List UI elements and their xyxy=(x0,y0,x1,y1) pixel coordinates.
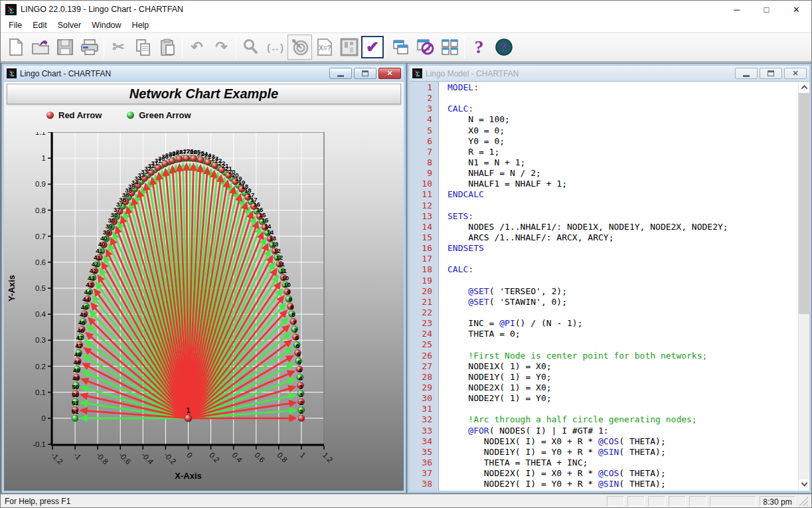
undo-button[interactable]: ↶ xyxy=(185,35,209,60)
lingo-logo-icon: ΣΣ xyxy=(7,68,17,78)
code-line[interactable]: INC = @PI() / (N - 1); xyxy=(447,318,798,329)
code-line[interactable]: R = 1; xyxy=(447,147,798,157)
solution-button[interactable]: X=? xyxy=(312,35,337,60)
code-line[interactable]: SETS: xyxy=(447,211,798,222)
code-line[interactable]: CALC: xyxy=(447,104,798,114)
cascade-windows-button[interactable] xyxy=(388,35,413,60)
code-line[interactable] xyxy=(447,93,798,104)
y-axis-title: Y-Axis xyxy=(7,275,17,301)
code-text-area[interactable]: MODEL:CALC: N = 100; X0 = 0; Y0 = 0; R =… xyxy=(439,82,798,491)
code-line[interactable]: @FOR( NODES( I) | I #GT# 1: xyxy=(447,426,798,436)
syntax-check-button[interactable]: ✔ xyxy=(361,36,384,58)
scrollbar-thumb[interactable] xyxy=(799,93,809,314)
code-line[interactable]: NODE1Y( 1) = Y0; xyxy=(447,372,798,382)
code-line[interactable]: Y0 = 0; xyxy=(447,136,798,147)
code-line[interactable]: ARCS /1..NHALF/: ARCX, ARCY; xyxy=(447,232,798,243)
model-close-button[interactable]: ✕ xyxy=(784,68,807,79)
solve-button[interactable] xyxy=(287,35,312,60)
code-line[interactable]: NODE2X( I) = X0 + R * @COS( THETA); xyxy=(447,468,798,479)
maximize-button[interactable]: □ xyxy=(752,1,781,18)
code-line[interactable] xyxy=(447,307,798,318)
print-button[interactable] xyxy=(77,35,102,60)
red-node[interactable] xyxy=(298,415,305,422)
code-line[interactable]: NHALF = N / 2; xyxy=(447,168,798,179)
code-line[interactable] xyxy=(447,404,798,414)
chart-close-button[interactable]: ✕ xyxy=(378,68,401,79)
node-label: 4 xyxy=(299,375,303,382)
center-node[interactable] xyxy=(185,414,192,422)
menu-edit[interactable]: Edit xyxy=(27,19,52,31)
code-line[interactable]: NODE2Y( 1) = Y0; xyxy=(447,393,798,404)
cut-button[interactable]: ✂ xyxy=(106,35,131,60)
code-line[interactable]: THETA = THETA + INC; xyxy=(447,458,798,468)
code-line[interactable]: N1 = N + 1; xyxy=(447,157,798,168)
model-minimize-button[interactable] xyxy=(735,68,758,79)
chart-minimize-button[interactable] xyxy=(329,68,352,79)
picture-icon xyxy=(340,38,359,56)
code-line[interactable]: NODES /1..NHALF1/: NODE1X, NODE1Y, NODE2… xyxy=(447,222,798,232)
chart-maximize-button[interactable] xyxy=(354,68,376,79)
open-file-button[interactable] xyxy=(28,35,52,60)
node-label: 7 xyxy=(294,327,297,334)
code-line[interactable] xyxy=(447,254,798,264)
redo-button[interactable]: ↷ xyxy=(209,35,234,60)
code-editor[interactable]: 1234567891011121314151617181920212223242… xyxy=(410,82,809,491)
code-line[interactable] xyxy=(447,339,798,350)
close-all-windows-button[interactable] xyxy=(413,35,438,60)
tile-windows-button[interactable] xyxy=(438,35,462,60)
find-button[interactable] xyxy=(238,35,263,60)
vertical-scrollbar[interactable] xyxy=(798,82,809,491)
close-button[interactable]: ✕ xyxy=(781,1,811,18)
code-line[interactable]: @SET( 'STAWIN', 0); xyxy=(447,297,798,307)
code-line[interactable]: NODE1Y( I) = Y0 + R * @SIN( THETA); xyxy=(447,447,798,458)
code-line[interactable]: X0 = 0; xyxy=(447,126,798,136)
red-node[interactable] xyxy=(183,155,190,161)
code-line[interactable]: ENDSETS xyxy=(447,243,798,254)
new-file-button[interactable] xyxy=(3,35,28,60)
model-window-title-bar[interactable]: ΣΣ Lingo Model - CHARTFAN ✕ xyxy=(410,66,809,82)
code-line[interactable]: N = 100; xyxy=(447,114,798,125)
code-line[interactable]: NHALF1 = NHALF + 1; xyxy=(447,179,798,189)
code-line[interactable] xyxy=(447,201,798,211)
menu-bar: File Edit Solver Window Help xyxy=(1,18,811,33)
save-button[interactable] xyxy=(52,35,77,60)
model-maximize-button[interactable] xyxy=(760,68,782,79)
picture-button[interactable] xyxy=(337,35,361,60)
paste-button[interactable] xyxy=(155,35,180,60)
code-line[interactable]: NODE1X( I) = X0 + R * @COS( THETA); xyxy=(447,436,798,447)
node-label: 21 xyxy=(225,165,232,172)
svg-text:?: ? xyxy=(500,41,507,54)
code-line[interactable]: NODE2Y( I) = Y0 + R * @SIN( THETA); xyxy=(447,479,798,489)
code-line[interactable]: @SET( 'TERSEO', 2); xyxy=(447,286,798,297)
green-node[interactable] xyxy=(72,415,78,422)
help-button[interactable]: ? xyxy=(467,35,491,60)
scroll-up-button[interactable] xyxy=(799,82,809,93)
main-title-bar: Σ Σ LINGO 22.0.139 - Lingo Chart - CHART… xyxy=(1,1,811,18)
menu-window[interactable]: Window xyxy=(86,19,126,31)
code-line[interactable]: NODE2X( 1) = X0; xyxy=(447,382,798,393)
menu-help[interactable]: Help xyxy=(127,19,155,31)
scroll-down-button[interactable] xyxy=(799,479,809,491)
menu-file[interactable]: File xyxy=(3,19,27,31)
code-line[interactable]: CALC: xyxy=(447,264,798,275)
menu-solver[interactable]: Solver xyxy=(52,19,86,31)
code-line[interactable]: !First Node is center point for both net… xyxy=(447,351,798,361)
node-label: 36 xyxy=(122,191,129,199)
code-line[interactable]: MODEL: xyxy=(447,82,798,93)
copy-button[interactable] xyxy=(131,35,155,60)
code-line[interactable]: NODE1X( 1) = X0; xyxy=(447,361,798,372)
code-line[interactable]: THETA = 0; xyxy=(447,329,798,339)
about-button[interactable]: ? xyxy=(491,35,516,60)
paste-icon xyxy=(159,39,177,56)
code-line[interactable] xyxy=(447,276,798,286)
minimize-button[interactable]: ─ xyxy=(722,1,752,18)
code-line[interactable]: ENDCALC xyxy=(447,189,798,200)
node-label: 28 xyxy=(176,148,183,155)
code-line[interactable]: !Arc through a half circle generating no… xyxy=(447,414,798,425)
match-parenthesis-button[interactable]: (↔) xyxy=(263,35,287,60)
line-number: 12 xyxy=(410,201,438,211)
red-node[interactable] xyxy=(176,155,183,162)
red-node[interactable] xyxy=(191,155,197,162)
chart-window-title-bar[interactable]: ΣΣ Lingo Chart - CHARTFAN ✕ xyxy=(4,66,404,82)
resize-grip-icon[interactable] xyxy=(799,497,808,506)
